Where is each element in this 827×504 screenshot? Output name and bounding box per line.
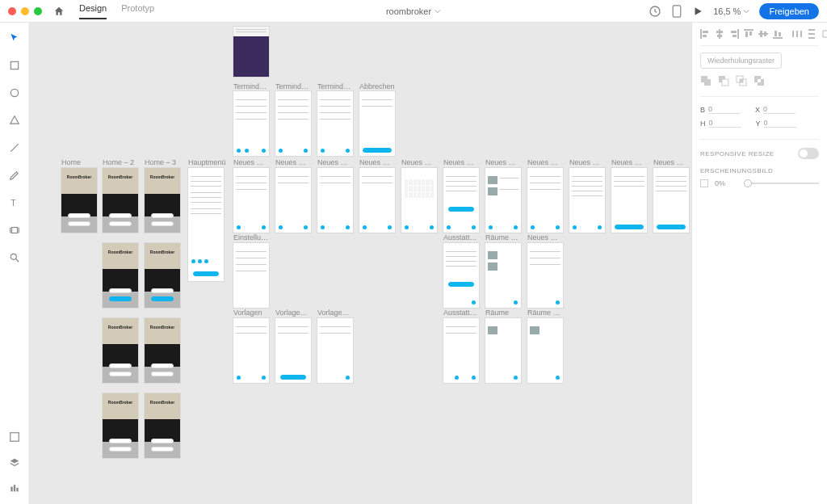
subtract-icon[interactable] bbox=[718, 75, 729, 88]
artboard-label[interactable]: Home – 2 bbox=[103, 158, 138, 166]
artboard-neues[interactable] bbox=[527, 243, 563, 308]
intersect-icon[interactable] bbox=[736, 75, 747, 88]
align-bottom-icon[interactable] bbox=[773, 29, 783, 39]
artboard-label[interactable]: Home – 3 bbox=[145, 158, 180, 166]
y-field[interactable]: Y bbox=[756, 119, 796, 128]
artboard-abbrechen[interactable] bbox=[359, 91, 395, 156]
artboard-terminde[interactable] bbox=[233, 91, 269, 156]
artboard-terminde[interactable] bbox=[317, 91, 353, 156]
artboard-neues[interactable] bbox=[653, 168, 689, 233]
artboard-ausstattu[interactable] bbox=[443, 318, 479, 383]
width-field[interactable]: B bbox=[700, 105, 741, 114]
exclude-icon[interactable] bbox=[754, 75, 765, 88]
artboard-vorlagen[interactable] bbox=[233, 318, 269, 383]
artboard-neues[interactable] bbox=[359, 168, 395, 233]
artboard-neues-cal[interactable] bbox=[401, 168, 437, 233]
artboard-neues[interactable] bbox=[317, 168, 353, 233]
artboard-hauptmenu[interactable] bbox=[188, 168, 224, 281]
artboard-neues[interactable] bbox=[443, 168, 479, 233]
height-field[interactable]: H bbox=[700, 119, 741, 128]
assets-panel-icon[interactable] bbox=[7, 430, 22, 444]
layers-panel-icon[interactable] bbox=[7, 456, 22, 470]
artboard-label[interactable]: Abbrechen bbox=[359, 82, 395, 90]
artboard-home[interactable]: RoomBroker bbox=[145, 318, 180, 383]
artboard-label[interactable]: Räume – 2 bbox=[527, 309, 563, 317]
artboard-label[interactable]: Neues M… bbox=[527, 158, 563, 166]
artboard-neues[interactable] bbox=[275, 168, 311, 233]
artboard-label[interactable]: Home bbox=[61, 158, 97, 166]
home-icon[interactable] bbox=[53, 6, 65, 17]
play-preview-icon[interactable] bbox=[692, 6, 703, 17]
artboard-label[interactable]: Neues M… bbox=[359, 158, 395, 166]
minimize-window-icon[interactable] bbox=[21, 7, 29, 15]
artboard-label[interactable]: Neues M… bbox=[443, 158, 479, 166]
x-field[interactable]: X bbox=[755, 105, 796, 114]
artboard-home[interactable]: RoomBroker bbox=[103, 393, 138, 458]
artboard-raume[interactable] bbox=[485, 243, 521, 308]
cloud-sync-icon[interactable] bbox=[649, 5, 661, 18]
artboard-tool-icon[interactable] bbox=[7, 223, 22, 237]
artboard-label[interactable]: Neues M… bbox=[275, 158, 311, 166]
artboard-neues[interactable] bbox=[611, 168, 647, 233]
artboard-terminde[interactable] bbox=[275, 91, 311, 156]
polygon-tool-icon[interactable] bbox=[7, 113, 22, 128]
artboard-home[interactable]: RoomBroker bbox=[145, 243, 180, 308]
zoom-tool-icon[interactable] bbox=[7, 250, 22, 265]
text-tool-icon[interactable]: T bbox=[7, 195, 22, 210]
document-title[interactable]: roombroker bbox=[386, 6, 441, 16]
artboard-label[interactable]: Einstellun… bbox=[233, 233, 269, 242]
plugins-panel-icon[interactable] bbox=[7, 481, 22, 496]
artboard-label[interactable]: Neues M… bbox=[527, 233, 563, 242]
pen-tool-icon[interactable] bbox=[7, 168, 22, 183]
artboard-label[interactable]: Terminde… bbox=[233, 82, 269, 90]
ellipse-tool-icon[interactable] bbox=[7, 86, 22, 100]
responsive-toggle[interactable] bbox=[798, 148, 819, 159]
select-tool-icon[interactable] bbox=[7, 31, 22, 45]
artboard-label[interactable]: Vorlagen … bbox=[275, 309, 311, 317]
align-top-icon[interactable] bbox=[744, 29, 754, 39]
union-icon[interactable] bbox=[700, 75, 712, 88]
more-align-icon[interactable] bbox=[821, 29, 827, 39]
artboard-label[interactable]: Neues M… bbox=[485, 158, 521, 166]
artboard-raume[interactable] bbox=[485, 318, 521, 383]
artboard-raume[interactable] bbox=[527, 318, 563, 383]
repeat-grid-button[interactable]: Wiederholungsraster bbox=[700, 52, 782, 69]
artboard-terminde-dark[interactable] bbox=[233, 27, 269, 77]
artboard-neues[interactable] bbox=[233, 168, 269, 233]
opacity-value[interactable] bbox=[715, 179, 737, 187]
distribute-v-icon[interactable] bbox=[807, 29, 817, 39]
tab-prototype[interactable]: Prototyp bbox=[121, 3, 154, 19]
artboard-label[interactable]: Neues M… bbox=[653, 158, 689, 166]
artboard-label[interactable]: Terminde… bbox=[317, 82, 353, 90]
artboard-vorlagen[interactable] bbox=[275, 318, 311, 383]
artboard-label[interactable]: Neues M… bbox=[611, 158, 647, 166]
artboard-label[interactable]: Vorlagen … bbox=[317, 309, 353, 317]
maximize-window-icon[interactable] bbox=[34, 7, 42, 15]
artboard-home[interactable]: RoomBroker bbox=[103, 243, 138, 308]
artboard-label[interactable]: Ausstattu… bbox=[443, 309, 479, 317]
device-preview-icon[interactable] bbox=[671, 5, 682, 18]
artboard-label[interactable]: Neues M… bbox=[569, 158, 605, 166]
artboard-neues[interactable] bbox=[569, 168, 605, 233]
line-tool-icon[interactable] bbox=[7, 141, 22, 155]
tab-design[interactable]: Design bbox=[79, 3, 107, 19]
opacity-checkbox[interactable] bbox=[700, 179, 708, 187]
artboard-label[interactable]: Ausstattu… bbox=[443, 233, 479, 242]
rectangle-tool-icon[interactable] bbox=[7, 58, 22, 73]
distribute-h-icon[interactable] bbox=[792, 29, 802, 39]
artboard-neues[interactable] bbox=[485, 168, 521, 233]
artboard-label[interactable]: Räume – 1 bbox=[485, 233, 521, 242]
artboard-home[interactable]: RoomBroker bbox=[103, 318, 138, 383]
artboard-home[interactable]: RoomBroker bbox=[145, 393, 180, 458]
artboard-label[interactable]: Hauptmenü bbox=[188, 158, 227, 166]
artboard-label[interactable]: Neues M… bbox=[317, 158, 353, 166]
artboard-label[interactable]: Neues M… bbox=[233, 158, 269, 166]
close-window-icon[interactable] bbox=[8, 7, 16, 15]
artboard-label[interactable]: Vorlagen bbox=[233, 309, 269, 317]
share-button[interactable]: Freigeben bbox=[759, 3, 819, 19]
artboard-label[interactable]: Neues M… bbox=[401, 158, 437, 166]
canvas[interactable]: Home Home – 2 Home – 3 Hauptmenü RoomBro… bbox=[29, 23, 691, 504]
artboard-home[interactable]: RoomBroker bbox=[61, 168, 97, 233]
artboard-einstel[interactable] bbox=[233, 243, 269, 308]
align-left-icon[interactable] bbox=[700, 29, 710, 39]
